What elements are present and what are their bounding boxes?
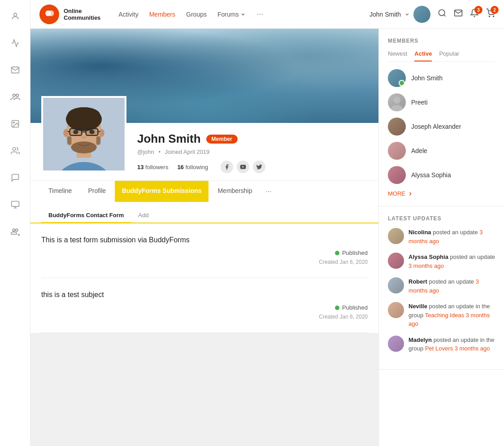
member-avatar-3 (388, 118, 406, 136)
members-section-title: MEMBERS (388, 38, 495, 44)
members-section: MEMBERS Newest Active Popular John Smith (379, 29, 504, 206)
list-item[interactable]: Preeti (388, 93, 495, 111)
tab-buddyforms[interactable]: BuddyForms Submissions (115, 181, 209, 202)
nav-more-dots[interactable]: ··· (256, 9, 263, 19)
search-button[interactable] (438, 9, 447, 20)
app-logo[interactable]: Online Communities (39, 4, 100, 24)
following-stat[interactable]: 16 following (177, 164, 208, 171)
followers-stat[interactable]: 13 followers (137, 164, 168, 171)
sidebar-icon-monitor[interactable] (8, 197, 22, 212)
submission-date-1: Created Jan 6, 2020 (319, 259, 368, 265)
more-members-link[interactable]: MORE (388, 190, 495, 197)
left-sidebar (0, 0, 30, 446)
profile-name-row: John Smith Member (137, 132, 359, 146)
social-icons (221, 161, 265, 173)
facebook-icon[interactable] (221, 161, 233, 173)
sidebar-icon-groups[interactable] (8, 90, 22, 104)
logo-text: Online Communities (64, 8, 100, 21)
sidebar-icon-add-group[interactable] (8, 224, 22, 239)
svg-point-24 (99, 129, 104, 137)
subtab-contact-form[interactable]: BuddyForms Contact Form (41, 208, 131, 223)
sub-tabs: BuddyForms Contact Form Add (30, 202, 378, 223)
sidebar-icon-chat[interactable] (8, 171, 22, 185)
published-dot-2 (335, 306, 339, 310)
list-item[interactable]: John Smith (388, 69, 495, 87)
sidebar-icon-inbox[interactable] (8, 63, 22, 77)
member-avatar-4 (388, 142, 406, 160)
update-time-2: 3 months ago (408, 262, 444, 269)
user-dropdown[interactable]: John Smith (369, 6, 430, 23)
svg-point-39 (391, 105, 403, 111)
svg-point-2 (16, 94, 18, 97)
update-group-4[interactable]: Teaching Ideas (425, 312, 464, 319)
nav-activity[interactable]: Activity (118, 11, 138, 18)
update-text-3: Robert posted an update 3 months ago (408, 277, 495, 295)
update-group-5[interactable]: Pet Lovers (425, 345, 453, 352)
sidebar-icon-image[interactable] (8, 117, 22, 131)
sidebar-icon-activity[interactable] (8, 36, 22, 50)
submissions-area: This is a test form submission via Buddy… (30, 223, 378, 333)
submission-item-1: This is a test form submission via Buddy… (41, 223, 368, 278)
update-author-3[interactable]: Robert (408, 278, 427, 285)
svg-point-34 (71, 141, 96, 153)
latest-updates-title: LATEST UPDATES (388, 215, 495, 222)
twitter-icon[interactable] (253, 161, 265, 173)
update-avatar-2 (388, 253, 404, 269)
update-item-1: Nicolina posted an update 3 months ago (388, 228, 495, 245)
svg-line-14 (444, 15, 446, 17)
svg-point-23 (63, 129, 68, 137)
svg-point-16 (493, 16, 494, 17)
messages-button[interactable] (454, 9, 463, 20)
svg-point-12 (48, 10, 54, 16)
submission-title-2: this is a test subject (41, 291, 368, 299)
tab-profile[interactable]: Profile (81, 181, 113, 202)
profile-avatar (41, 96, 126, 172)
svg-point-22 (68, 107, 100, 122)
svg-point-13 (439, 10, 445, 16)
svg-point-33 (89, 130, 94, 134)
tab-timeline[interactable]: Timeline (41, 181, 79, 202)
update-text-4: Neville posted an update in the group Te… (408, 302, 495, 328)
sidebar-icon-members[interactable] (8, 144, 22, 158)
chevron-right-icon (407, 191, 413, 197)
filter-popular[interactable]: Popular (439, 50, 459, 61)
notifications-button[interactable]: 3 (470, 9, 479, 20)
member-name-4: Adele (411, 147, 427, 154)
list-item[interactable]: Alyssa Sophia (388, 166, 495, 184)
published-dot-1 (335, 251, 339, 255)
update-text-2: Alyssa Sophia posted an update 3 months … (408, 253, 495, 270)
profile-info: John Smith Member @john • Joined April 2… (126, 123, 368, 173)
right-sidebar: MEMBERS Newest Active Popular John Smith (378, 29, 504, 446)
list-item[interactable]: Joseph Alexander (388, 118, 495, 136)
main-container: Online Communities Activity Members Grou… (30, 0, 504, 446)
update-author-5[interactable]: Madelyn (408, 337, 432, 343)
nav-members[interactable]: Members (149, 11, 175, 18)
navbar-right: John Smith 3 2 (369, 6, 495, 23)
latest-updates-section: LATEST UPDATES Nicolina posted an update… (379, 206, 504, 370)
subtab-add[interactable]: Add (131, 208, 156, 223)
sidebar-icon-person[interactable] (8, 9, 22, 23)
update-avatar-3 (388, 277, 404, 293)
nav-forums[interactable]: Forums (217, 11, 246, 18)
content-area: John Smith Member @john • Joined April 2… (30, 29, 504, 446)
member-name-1: John Smith (411, 74, 443, 82)
profile-name: John Smith (137, 132, 201, 146)
svg-rect-35 (67, 136, 72, 145)
update-author-1[interactable]: Nicolina (408, 229, 431, 236)
update-item-3: Robert posted an update 3 months ago (388, 277, 495, 295)
update-author-2[interactable]: Alyssa Sophia (408, 254, 448, 260)
cart-button[interactable]: 2 (486, 9, 495, 20)
svg-point-32 (73, 130, 78, 134)
tab-membership[interactable]: Membership (210, 181, 259, 202)
youtube-icon[interactable] (237, 161, 249, 173)
svg-point-5 (13, 148, 16, 151)
members-list: John Smith Preeti Joseph Alexander (388, 69, 495, 184)
list-item[interactable]: Adele (388, 142, 495, 160)
tab-more[interactable]: ··· (261, 181, 276, 202)
nav-groups[interactable]: Groups (186, 11, 207, 18)
filter-newest[interactable]: Newest (388, 50, 407, 61)
update-avatar-5 (388, 336, 404, 352)
update-time-5: 3 months ago (455, 345, 490, 352)
update-author-4[interactable]: Neville (408, 303, 427, 310)
filter-active[interactable]: Active (414, 50, 432, 61)
